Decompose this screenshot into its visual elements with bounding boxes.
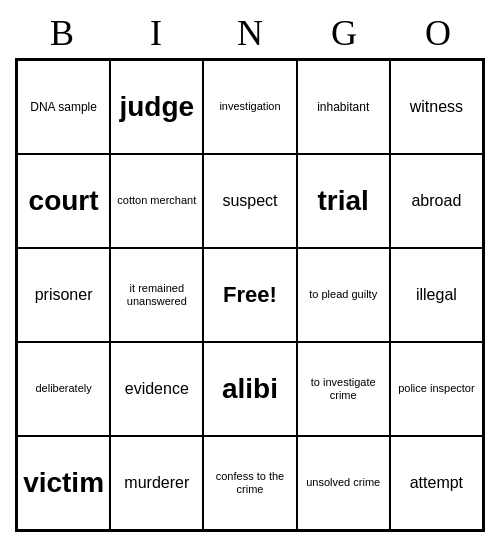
bingo-cell-3-2: alibi: [203, 342, 296, 436]
cell-text-3-4: police inspector: [398, 382, 474, 395]
bingo-cell-1-0: court: [17, 154, 110, 248]
bingo-cell-4-4: attempt: [390, 436, 483, 530]
bingo-cell-0-4: witness: [390, 60, 483, 154]
bingo-letter-B: B: [18, 12, 106, 54]
bingo-cell-2-1: it remained unanswered: [110, 248, 203, 342]
bingo-cell-0-2: investigation: [203, 60, 296, 154]
cell-text-1-2: suspect: [222, 191, 277, 210]
bingo-cell-4-2: confess to the crime: [203, 436, 296, 530]
bingo-cell-1-4: abroad: [390, 154, 483, 248]
cell-text-0-2: investigation: [219, 100, 280, 113]
cell-text-1-4: abroad: [411, 191, 461, 210]
cell-text-1-1: cotton merchant: [117, 194, 196, 207]
cell-text-4-4: attempt: [410, 473, 463, 492]
cell-text-2-3: to plead guilty: [309, 288, 377, 301]
cell-text-1-3: trial: [318, 184, 369, 218]
cell-text-4-3: unsolved crime: [306, 476, 380, 489]
bingo-board: BINGO DNA samplejudgeinvestigationinhabi…: [15, 12, 485, 532]
bingo-cell-2-4: illegal: [390, 248, 483, 342]
cell-text-0-0: DNA sample: [30, 100, 97, 114]
bingo-cell-4-0: victim: [17, 436, 110, 530]
bingo-cell-3-4: police inspector: [390, 342, 483, 436]
bingo-cell-3-0: deliberately: [17, 342, 110, 436]
cell-text-0-1: judge: [119, 90, 194, 124]
bingo-cell-4-1: murderer: [110, 436, 203, 530]
cell-text-4-2: confess to the crime: [208, 470, 291, 496]
bingo-cell-2-0: prisoner: [17, 248, 110, 342]
bingo-cell-1-3: trial: [297, 154, 390, 248]
bingo-cell-2-3: to plead guilty: [297, 248, 390, 342]
cell-text-1-0: court: [29, 184, 99, 218]
bingo-letter-N: N: [206, 12, 294, 54]
bingo-letter-O: O: [394, 12, 482, 54]
cell-text-3-0: deliberately: [35, 382, 91, 395]
cell-text-2-0: prisoner: [35, 285, 93, 304]
cell-text-0-3: inhabitant: [317, 100, 369, 114]
cell-text-3-1: evidence: [125, 379, 189, 398]
bingo-grid: DNA samplejudgeinvestigationinhabitantwi…: [15, 58, 485, 532]
cell-text-0-4: witness: [410, 97, 463, 116]
bingo-cell-1-2: suspect: [203, 154, 296, 248]
bingo-cell-4-3: unsolved crime: [297, 436, 390, 530]
cell-text-4-1: murderer: [124, 473, 189, 492]
bingo-letter-I: I: [112, 12, 200, 54]
bingo-cell-1-1: cotton merchant: [110, 154, 203, 248]
bingo-header: BINGO: [15, 12, 485, 54]
bingo-cell-3-1: evidence: [110, 342, 203, 436]
bingo-letter-G: G: [300, 12, 388, 54]
bingo-cell-3-3: to investigate crime: [297, 342, 390, 436]
bingo-cell-0-0: DNA sample: [17, 60, 110, 154]
cell-text-2-4: illegal: [416, 285, 457, 304]
cell-text-4-0: victim: [23, 466, 104, 500]
cell-text-3-2: alibi: [222, 372, 278, 406]
cell-text-2-1: it remained unanswered: [115, 282, 198, 308]
bingo-cell-0-1: judge: [110, 60, 203, 154]
cell-text-2-2: Free!: [223, 282, 277, 308]
bingo-cell-0-3: inhabitant: [297, 60, 390, 154]
bingo-cell-2-2: Free!: [203, 248, 296, 342]
cell-text-3-3: to investigate crime: [302, 376, 385, 402]
